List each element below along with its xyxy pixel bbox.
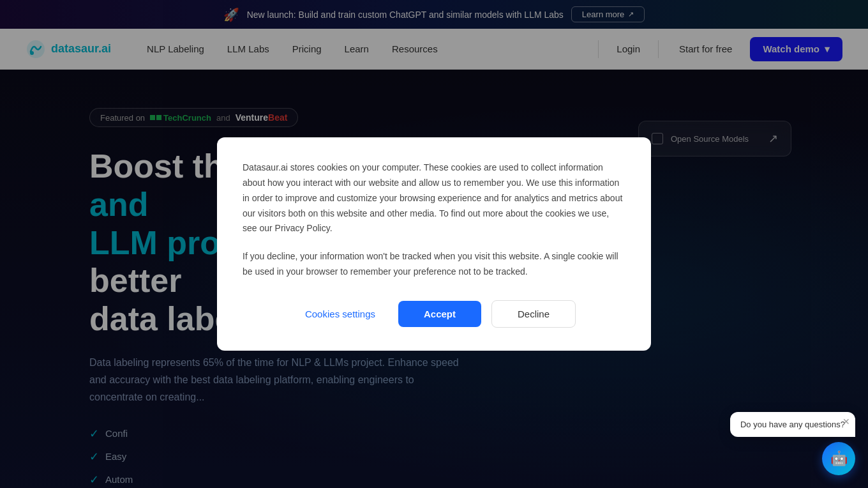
cookie-text-2: If you decline, your information won't b… <box>243 249 625 280</box>
decline-button[interactable]: Decline <box>491 300 576 328</box>
cookie-text-1: Datasaur.ai stores cookies on your compu… <box>243 160 625 236</box>
cookie-buttons: Cookies settings Accept Decline <box>243 300 625 328</box>
chat-robot-icon: 🤖 <box>830 450 848 467</box>
chat-open-button[interactable]: 🤖 <box>822 442 855 475</box>
chat-bubble: Do you have any questions? ✕ <box>730 412 855 437</box>
cookies-settings-button[interactable]: Cookies settings <box>292 301 388 327</box>
chat-widget: Do you have any questions? ✕ 🤖 <box>730 412 855 475</box>
chat-bubble-text: Do you have any questions? <box>740 420 845 429</box>
chat-bubble-close-button[interactable]: ✕ <box>842 417 850 426</box>
cookie-modal: Datasaur.ai stores cookies on your compu… <box>217 137 651 351</box>
accept-button[interactable]: Accept <box>398 301 481 327</box>
